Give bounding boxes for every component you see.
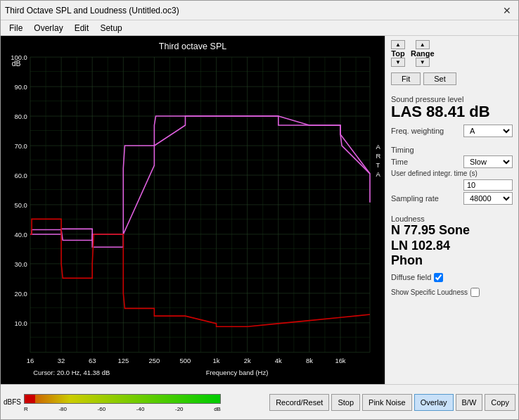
integr-input[interactable]: [463, 179, 513, 191]
svg-text:8k: 8k: [306, 357, 313, 364]
arta-label: A: [376, 143, 380, 151]
fit-button[interactable]: Fit: [391, 72, 421, 85]
window-title: Third Octave SPL and Loudness (Untitled.…: [5, 6, 179, 15]
svg-text:1k: 1k: [213, 357, 220, 364]
menu-edit[interactable]: Edit: [69, 22, 95, 34]
loudness-label: Loudness: [391, 215, 513, 223]
main-content: Third octave SPL dB A R T A 100.0: [1, 36, 518, 384]
time-row: Time Slow Fast: [391, 155, 513, 168]
chart-title: Third octave SPL: [159, 41, 227, 51]
range-label: Range: [411, 49, 435, 58]
top-up-button[interactable]: ▲: [391, 40, 405, 49]
set-button[interactable]: Set: [423, 72, 456, 85]
meter-val-minus80: -80: [58, 406, 67, 412]
diffuse-label: Diffuse field: [391, 273, 431, 281]
sampling-label: Sampling rate: [391, 194, 439, 203]
menu-bar: File Overlay Edit Setup: [1, 20, 518, 36]
integr-label: User defined integr. time (s): [391, 170, 478, 178]
overlay-button[interactable]: Overlay: [414, 394, 454, 411]
main-window: Third Octave SPL and Loudness (Untitled.…: [0, 0, 519, 420]
svg-text:10.0: 10.0: [14, 319, 27, 327]
right-panel: ▲ Top ▼ ▲ Range ▼ Fit Set Sound pressure…: [385, 36, 518, 384]
meter-val-minus60: -60: [98, 406, 106, 412]
integr-row: User defined integr. time (s): [391, 170, 513, 191]
top-label: Top: [391, 49, 404, 58]
y-label-100: 100.0: [11, 53, 27, 61]
phon-value: Phon: [391, 253, 513, 269]
svg-text:R: R: [376, 152, 380, 160]
range-down-button[interactable]: ▼: [416, 58, 430, 67]
svg-text:16k: 16k: [335, 357, 345, 364]
svg-text:60.0: 60.0: [14, 172, 27, 179]
bw-button[interactable]: B/W: [456, 394, 483, 411]
show-specific-label: Show Specific Loudness: [391, 288, 468, 296]
svg-text:500: 500: [180, 357, 191, 364]
bottom-bar: dBFS R -80: [1, 384, 518, 419]
svg-text:T: T: [376, 161, 380, 169]
timing-label: Timing: [391, 146, 513, 154]
spl-value: LAS 88.41 dB: [391, 103, 513, 120]
chart-area: Third octave SPL dB A R T A 100.0: [1, 36, 385, 384]
menu-file[interactable]: File: [4, 22, 28, 34]
range-up-button[interactable]: ▲: [416, 40, 430, 49]
svg-text:90.0: 90.0: [14, 83, 27, 91]
loudness-section: Loudness N 77.95 Sone LN 102.84 Phon: [391, 212, 513, 269]
diffuse-checkbox[interactable]: [434, 273, 443, 282]
time-label: Time: [391, 158, 408, 166]
svg-text:2k: 2k: [244, 357, 251, 364]
freq-weighting-row: Freq. weighting A C Z: [391, 125, 513, 137]
record-reset-button[interactable]: Record/Reset: [269, 394, 329, 411]
sampling-row: Sampling rate 48000 44100: [391, 192, 513, 205]
svg-text:40.0: 40.0: [14, 231, 27, 238]
svg-text:70.0: 70.0: [14, 142, 27, 150]
svg-rect-0: [1, 36, 385, 384]
x-axis-label: Frequency band (Hz): [206, 369, 269, 376]
svg-text:4k: 4k: [275, 357, 282, 364]
meter-val-r: R: [24, 406, 28, 412]
pink-noise-button[interactable]: Pink Noise: [362, 394, 412, 411]
sampling-select[interactable]: 48000 44100: [463, 192, 513, 205]
timing-section: Timing Time Slow Fast User defined integ…: [391, 143, 513, 206]
stop-button[interactable]: Stop: [331, 394, 360, 411]
freq-weighting-select[interactable]: A C Z: [463, 125, 513, 137]
svg-text:A: A: [376, 170, 380, 178]
n-value: N 77.95 Sone: [391, 223, 513, 238]
copy-button[interactable]: Copy: [485, 394, 515, 411]
meter-val-db: dB: [214, 406, 221, 412]
svg-text:50.0: 50.0: [14, 201, 27, 209]
svg-text:63: 63: [89, 357, 96, 364]
svg-text:125: 125: [117, 357, 129, 364]
meter-val-minus40: -40: [136, 406, 145, 412]
menu-overlay[interactable]: Overlay: [28, 22, 68, 34]
svg-text:30.0: 30.0: [14, 260, 27, 268]
chart-svg: Third octave SPL dB A R T A 100.0: [1, 36, 385, 384]
spl-section: Sound pressure level LAS 88.41 dB: [391, 92, 513, 120]
freq-weighting-label: Freq. weighting: [391, 127, 444, 135]
show-specific-row: Show Specific Loudness: [391, 288, 513, 297]
menu-setup[interactable]: Setup: [94, 22, 127, 34]
show-specific-checkbox[interactable]: [470, 288, 480, 297]
diffuse-field-row: Diffuse field: [391, 273, 513, 282]
top-down-button[interactable]: ▼: [391, 58, 405, 67]
close-button[interactable]: ✕: [500, 4, 514, 18]
svg-text:16: 16: [27, 357, 34, 364]
ln-value: LN 102.84: [391, 238, 513, 254]
svg-text:80.0: 80.0: [14, 113, 27, 120]
dbfs-label: dBFS: [4, 398, 21, 406]
meter-val-minus20: -20: [175, 406, 184, 412]
buttons-section: Record/Reset Stop Pink Noise Overlay B/W…: [267, 385, 518, 419]
dbfs-section: dBFS R -80: [1, 385, 267, 419]
svg-text:20.0: 20.0: [14, 290, 27, 298]
svg-text:250: 250: [149, 357, 160, 364]
svg-text:32: 32: [58, 357, 65, 364]
cursor-label: Cursor: 20.0 Hz, 41.38 dB: [33, 369, 110, 376]
title-bar: Third Octave SPL and Loudness (Untitled.…: [1, 1, 518, 20]
time-select[interactable]: Slow Fast: [463, 155, 513, 168]
